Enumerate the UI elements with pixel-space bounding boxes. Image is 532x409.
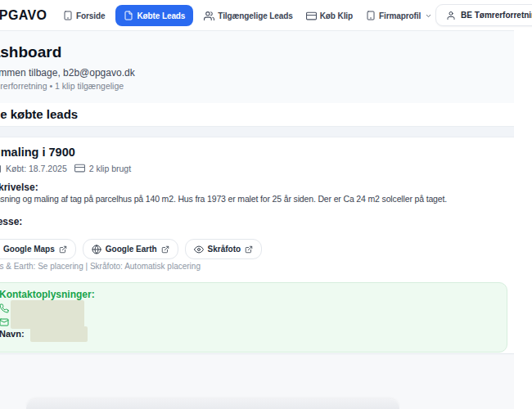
- nav-item-kob-klip[interactable]: Køb Klip: [304, 6, 355, 26]
- eye-icon: [194, 245, 204, 254]
- lead-title: Tagmaling i 7900: [0, 146, 75, 159]
- page: OPGAVO Forside Købte Leads: [0, 0, 514, 409]
- main-nav: Forside Købte Leads Tilgængelige Leads: [61, 0, 435, 31]
- globe-icon: [92, 245, 101, 254]
- redacted-contact-block: [11, 300, 84, 329]
- users-icon: [204, 11, 214, 21]
- account-label: BE Tømrerforretning: [461, 11, 532, 20]
- home-device-icon: [63, 11, 73, 20]
- skrafoto-button[interactable]: Skråfoto: [185, 239, 263, 259]
- name-label: Navn:: [0, 329, 25, 339]
- bottom-panel-edge: [26, 399, 399, 409]
- lead-card: Tagmaling i 7900 Købt: 18.7.2025 2 klip …: [0, 137, 514, 354]
- address-label: Adresse:: [0, 216, 22, 227]
- clips-used-label: 2 klip brugt: [89, 164, 131, 173]
- map-note-text: Maps & Earth: Se placering | Skråfoto: A…: [0, 262, 201, 271]
- credit-card-icon: [306, 11, 317, 21]
- external-link-icon: [245, 245, 253, 254]
- contact-card: Kontaktoplysninger: Navn:: [0, 282, 507, 353]
- brand-logo[interactable]: OPGAVO: [0, 0, 47, 30]
- clips-used-badge: 2 klip brugt: [74, 163, 131, 173]
- map-buttons-row: Google Maps Google Earth: [0, 239, 262, 259]
- nav-item-tilgaengelige-leads[interactable]: Tilgængelige Leads: [201, 6, 295, 26]
- nav-item-forside[interactable]: Forside: [61, 6, 107, 25]
- app-window: OPGAVO Forside Købte Leads: [0, 0, 532, 409]
- dashboard-header: Dashboard Velkommen tilbage, b2b@opgavo.…: [0, 31, 514, 103]
- description-label: Beskrivelse:: [0, 182, 38, 193]
- nav-item-label: Købte Leads: [137, 11, 185, 20]
- page-title: Dashboard: [0, 43, 514, 61]
- account-button[interactable]: BE Tømrerforretning: [435, 4, 532, 26]
- nav-item-firmaprofil[interactable]: Firmaprofil: [363, 6, 435, 25]
- nav-item-label: Forside: [76, 11, 105, 20]
- external-link-icon: [59, 245, 67, 254]
- external-link-icon: [161, 245, 169, 254]
- chevron-down-icon: [425, 12, 432, 20]
- map-button-label: Google Earth: [106, 245, 157, 254]
- mail-icon: [0, 317, 9, 327]
- account-meta-text: BE Tømrerforretning • 1 klip tilgængelig…: [0, 81, 514, 91]
- nav-item-kobte-leads[interactable]: Købte Leads: [115, 5, 193, 26]
- user-icon: [446, 11, 456, 20]
- nav-item-label: Tilgængelige Leads: [218, 11, 292, 20]
- purchased-date-label: Købt: 18.7.2025: [6, 164, 67, 173]
- google-maps-button[interactable]: Google Maps: [0, 239, 76, 259]
- section-gap-band: [0, 126, 514, 137]
- nav-item-label: Køb Klip: [320, 11, 353, 20]
- top-navbar: OPGAVO Forside Købte Leads: [0, 0, 514, 31]
- nav-item-label: Firmaprofil: [379, 11, 421, 20]
- profile-device-icon: [366, 11, 376, 20]
- document-icon: [124, 11, 133, 20]
- leads-section-header: Dine købte leads: [0, 103, 514, 126]
- contact-title: Kontaktoplysninger:: [0, 289, 95, 300]
- google-earth-button[interactable]: Google Earth: [83, 239, 178, 259]
- map-button-label: Skråfoto: [208, 245, 241, 254]
- calendar-icon: [0, 164, 2, 173]
- map-button-label: Google Maps: [3, 245, 55, 254]
- bottom-background: [0, 354, 514, 409]
- credit-card-icon: [74, 163, 85, 173]
- redacted-name-block: [30, 326, 88, 342]
- phone-icon: [0, 303, 9, 313]
- welcome-text: Velkommen tilbage, b2b@opgavo.dk: [0, 67, 514, 79]
- description-text: Afrensning og maling af tag på parcelhus…: [0, 194, 447, 204]
- purchased-date: Købt: 18.7.2025: [0, 164, 67, 173]
- section-title: Dine købte leads: [0, 103, 514, 121]
- lead-meta-row: Købt: 18.7.2025 2 klip brugt: [0, 163, 131, 173]
